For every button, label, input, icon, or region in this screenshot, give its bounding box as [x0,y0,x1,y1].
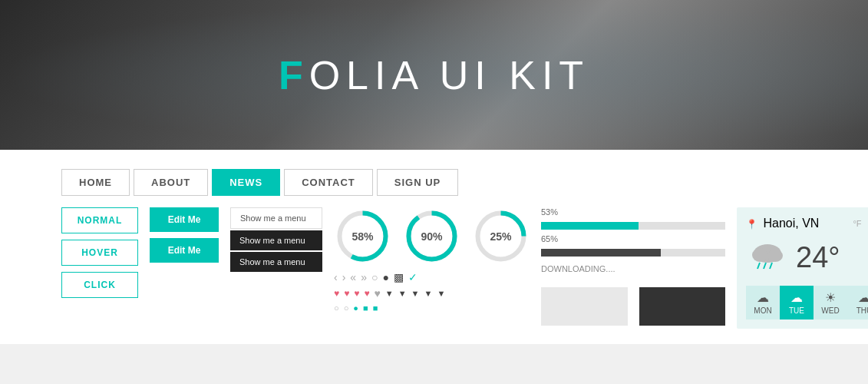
dropdown-item-1[interactable]: Show me a menu [230,207,322,229]
circle-filled-icon[interactable]: ● [382,271,388,283]
weather-widget: 📍 Hanoi, VN °F °C [737,207,868,329]
circle-58: 58% [334,207,391,265]
arrow-down-1[interactable]: ▼ [385,289,394,298]
square-teal-1[interactable]: ■ [363,303,368,313]
icons-row-3: ○ ○ ● ■ ■ [334,303,530,313]
normal-button[interactable]: NORMAL [61,207,138,233]
hero-banner: FOLIA UI KIT [0,0,868,150]
wed-label: WED [821,306,839,315]
hero-title: FOLIA UI KIT [279,52,589,98]
heart-icon-1[interactable]: ♥ [334,288,339,299]
weather-days: ☁ MON ☁ TUE ☀ WED ☁ THU [746,286,868,319]
progress-bars: 53% 65% DOWNLOADING.... [541,207,725,273]
dropdown-menu: Show me a menu Show me a menu Show me a … [230,207,322,273]
square-icon[interactable]: ▩ [394,271,404,283]
main-ui-row: NORMAL HOVER CLICK Edit Me Edit Me Show … [61,207,807,329]
circle-25-label: 25% [490,230,511,243]
weather-day-wed[interactable]: ☀ WED [814,286,847,319]
arrow-down-5[interactable]: ▼ [437,289,445,298]
location-pin-icon: 📍 [746,219,757,230]
edit-buttons: Edit Me Edit Me [150,207,219,263]
panel-dark [639,287,726,326]
progress-53-label: 53% [541,207,725,217]
button-states: NORMAL HOVER CLICK [61,207,138,298]
svg-line-11 [770,263,772,269]
progress-track-53 [541,222,725,230]
circle-58-label: 58% [351,230,373,243]
mon-label: MON [754,306,771,315]
arrow-down-4[interactable]: ▼ [424,289,432,298]
thu-label: THU [856,306,868,315]
tue-label: TUE [789,306,804,315]
weather-location: 📍 Hanoi, VN [746,217,819,230]
heart-icon-2[interactable]: ♥ [344,288,349,299]
dropdown-item-2[interactable]: Show me a menu [230,230,322,250]
nav-bar: HOME ABOUT NEWS CONTACT SIGN UP [61,169,807,196]
unit-f[interactable]: °F [853,219,861,228]
weather-temperature: 24° [796,241,840,274]
svg-line-9 [757,263,760,269]
weather-units: °F °C [851,219,868,228]
dropdown-item-3[interactable]: Show me a menu [230,252,322,272]
arrow-down-2[interactable]: ▼ [398,289,407,298]
weather-main: 24° [746,237,868,278]
progress-65-label: 65% [541,234,725,243]
nav-home[interactable]: HOME [61,169,130,196]
icons-row-2: ♥ ♥ ♥ ♥ ♥ ▼ ▼ ▼ ▼ ▼ [334,287,530,300]
click-button[interactable]: CLICK [61,272,138,298]
nav-contact[interactable]: CONTACT [284,169,373,196]
progress-fill-65 [541,249,661,257]
progress-fill-53 [541,222,639,230]
weather-day-tue[interactable]: ☁ TUE [780,286,814,319]
arrow-down-3[interactable]: ▼ [411,289,420,298]
weather-day-thu[interactable]: ☁ THU [847,286,868,319]
circle-90: 90% [403,207,460,265]
double-left-icon[interactable]: « [350,271,356,283]
circle-90-label: 90% [421,230,442,243]
dot-empty-2[interactable]: ○ [344,303,349,313]
checkmark-icon[interactable]: ✓ [408,271,417,283]
dot-empty-1[interactable]: ○ [334,303,339,313]
nav-about[interactable]: ABOUT [134,169,208,196]
square-teal-2[interactable]: ■ [373,303,378,313]
nav-news[interactable]: NEWS [212,169,280,196]
circle-empty-icon[interactable]: ○ [371,271,378,283]
hero-accent: F [279,53,309,98]
chevron-right-icon[interactable]: › [342,271,346,283]
heart-icon-3[interactable]: ♥ [354,288,359,299]
svg-point-7 [752,248,767,262]
content-area: HOME ABOUT NEWS CONTACT SIGN UP NORMAL H… [0,150,868,344]
progress-track-65 [541,249,725,257]
double-right-icon[interactable]: » [361,271,367,283]
svg-point-8 [767,250,783,262]
downloading-label: DOWNLOADING.... [541,264,725,273]
chevron-left-icon[interactable]: ‹ [334,271,338,283]
circle-charts: 58% 90% 25% [334,207,530,265]
weather-header: 📍 Hanoi, VN °F °C [746,217,868,230]
mon-icon: ☁ [748,290,777,305]
heart-icon-4[interactable]: ♥ [364,288,369,299]
icon-set: ‹ › « » ○ ● ▩ ✓ ♥ ♥ ♥ ♥ ♥ ▼ ▼ ▼ [334,271,530,313]
bottom-panels [541,287,725,326]
dot-filled[interactable]: ● [353,303,358,313]
heart-icon-5[interactable]: ♥ [375,287,381,300]
panel-gray [541,287,628,326]
svg-line-10 [764,263,766,269]
nav-signup[interactable]: SIGN UP [377,169,458,196]
circle-25: 25% [472,207,530,265]
icons-row-1: ‹ › « » ○ ● ▩ ✓ [334,271,530,283]
edit-btn-1[interactable]: Edit Me [150,207,219,232]
weather-cloud-icon [746,237,788,278]
hover-button[interactable]: HOVER [61,240,138,266]
wed-icon: ☀ [816,290,845,305]
edit-btn-2[interactable]: Edit Me [150,238,219,263]
weather-day-mon[interactable]: ☁ MON [746,286,780,319]
tue-icon: ☁ [782,290,811,305]
thu-icon: ☁ [850,290,868,305]
